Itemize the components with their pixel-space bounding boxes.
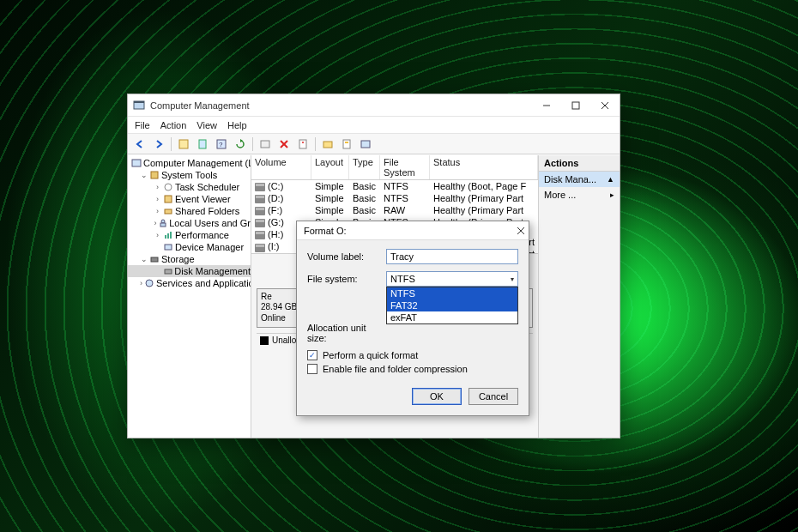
svg-rect-30 (151, 257, 158, 262)
close-button[interactable] (590, 94, 620, 116)
svg-rect-7 (199, 140, 206, 148)
chevron-down-icon: ▾ (511, 275, 514, 283)
window-title: Computer Management (150, 100, 532, 111)
svg-rect-10 (261, 141, 269, 148)
volume-label-input[interactable]: Tracy (386, 249, 518, 264)
checkbox-icon: ✓ (307, 350, 317, 360)
tree-item[interactable]: ›Event Viewer (128, 193, 251, 205)
menu-file[interactable]: File (135, 120, 150, 130)
toolbar-icon[interactable] (357, 136, 374, 153)
col-volume[interactable]: Volume (251, 155, 311, 179)
tree-disk-management[interactable]: Disk Management (128, 265, 251, 277)
svg-rect-16 (343, 140, 350, 148)
ok-button[interactable]: OK (412, 388, 462, 405)
svg-point-32 (146, 280, 153, 287)
tree-root[interactable]: Computer Management (L (128, 157, 251, 169)
toolbar-icon[interactable] (194, 136, 211, 153)
svg-rect-23 (165, 209, 172, 214)
delete-icon[interactable] (275, 136, 293, 153)
volume-row[interactable]: (F:)SimpleBasicRAWHealthy (Primary Part (251, 204, 538, 216)
svg-point-24 (161, 220, 165, 223)
dialog-title: Format O: (304, 226, 517, 236)
svg-rect-29 (165, 245, 172, 250)
forward-button[interactable] (150, 136, 167, 153)
quick-format-checkbox[interactable]: ✓ Perform a quick format (307, 350, 518, 360)
dropdown-option[interactable]: exFAT (387, 311, 517, 323)
chevron-right-icon: ▸ (610, 190, 614, 199)
checkbox-icon (307, 364, 317, 374)
toolbar-icon[interactable]: ? (213, 136, 230, 153)
file-system-dropdown[interactable]: NTFS FAT32 exFAT (386, 287, 518, 324)
svg-rect-20 (151, 172, 158, 178)
tree-item[interactable]: ›Shared Folders (128, 205, 251, 217)
file-system-label: File system: (307, 274, 386, 284)
svg-rect-3 (572, 102, 579, 109)
properties-icon[interactable] (294, 136, 311, 153)
svg-rect-31 (165, 269, 172, 274)
actions-pane: Actions Disk Mana...▲ More ...▸ (539, 155, 620, 438)
file-system-combobox[interactable]: NTFS▾ (386, 271, 518, 287)
svg-rect-6 (179, 140, 188, 148)
svg-rect-1 (134, 101, 144, 103)
actions-more[interactable]: More ...▸ (539, 187, 620, 203)
compression-checkbox[interactable]: Enable file and folder compression (307, 364, 518, 374)
svg-rect-13 (299, 140, 306, 148)
toolbar-icon[interactable] (175, 136, 192, 153)
svg-point-14 (302, 142, 304, 143)
tree-item[interactable]: ›Performance (128, 229, 251, 241)
computer-management-window: Computer Management File Action View Hel… (127, 94, 620, 438)
minimize-button[interactable] (532, 94, 561, 116)
menu-action[interactable]: Action (160, 120, 187, 130)
toolbar: ? (128, 134, 620, 154)
actions-disk-management[interactable]: Disk Mana...▲ (539, 172, 620, 187)
svg-rect-19 (132, 160, 141, 166)
col-status[interactable]: Status (430, 155, 538, 179)
back-button[interactable] (131, 136, 148, 153)
svg-point-21 (165, 184, 172, 190)
tree-system-tools[interactable]: ⌄System Tools (128, 169, 251, 181)
svg-rect-15 (323, 142, 332, 148)
tree-item[interactable]: ›Task Scheduler (128, 181, 251, 193)
svg-rect-25 (160, 223, 166, 227)
toolbar-icon[interactable] (338, 136, 355, 153)
refresh-button[interactable] (232, 136, 249, 153)
navigation-tree[interactable]: Computer Management (L ⌄System Tools ›Ta… (128, 155, 251, 438)
svg-rect-22 (165, 196, 172, 203)
dropdown-option[interactable]: NTFS (387, 287, 517, 299)
volume-list-header: Volume Layout Type File System Status (251, 155, 538, 180)
volume-row[interactable]: (C:)SimpleBasicNTFSHealthy (Boot, Page F (251, 180, 538, 192)
toolbar-icon[interactable] (257, 136, 274, 153)
titlebar[interactable]: Computer Management (128, 94, 620, 117)
svg-rect-18 (361, 141, 370, 148)
toolbar-icon[interactable] (319, 136, 336, 153)
volume-row[interactable]: (D:)SimpleBasicNTFSHealthy (Primary Part (251, 192, 538, 204)
actions-header: Actions (539, 155, 620, 172)
col-type[interactable]: Type (349, 155, 380, 179)
allocation-size-label: Allocation unit size: (307, 323, 386, 343)
svg-text:?: ? (219, 141, 223, 148)
tree-services[interactable]: ›Services and Applicatio (128, 277, 251, 289)
tree-storage[interactable]: ⌄Storage (128, 253, 251, 265)
tree-item[interactable]: ›Local Users and Gr (128, 217, 251, 229)
app-icon (133, 100, 145, 112)
menu-help[interactable]: Help (227, 120, 247, 130)
volume-label-label: Volume label: (307, 251, 386, 262)
dialog-titlebar[interactable]: Format O: (297, 221, 529, 240)
svg-rect-27 (167, 233, 169, 239)
svg-rect-28 (170, 232, 172, 239)
col-filesystem[interactable]: File System (380, 155, 430, 179)
dropdown-option[interactable]: FAT32 (387, 299, 517, 311)
svg-rect-26 (165, 235, 166, 239)
menubar: File Action View Help (128, 117, 620, 134)
tree-item[interactable]: Device Manager (128, 241, 251, 253)
collapse-icon: ▲ (607, 175, 614, 184)
dialog-close-icon[interactable] (517, 227, 525, 235)
cancel-button[interactable]: Cancel (469, 388, 518, 405)
col-layout[interactable]: Layout (311, 155, 349, 179)
svg-rect-17 (345, 142, 348, 143)
menu-view[interactable]: View (196, 120, 217, 130)
format-dialog: Format O: Volume label: Tracy File syste… (296, 221, 529, 416)
maximize-button[interactable] (561, 94, 590, 116)
